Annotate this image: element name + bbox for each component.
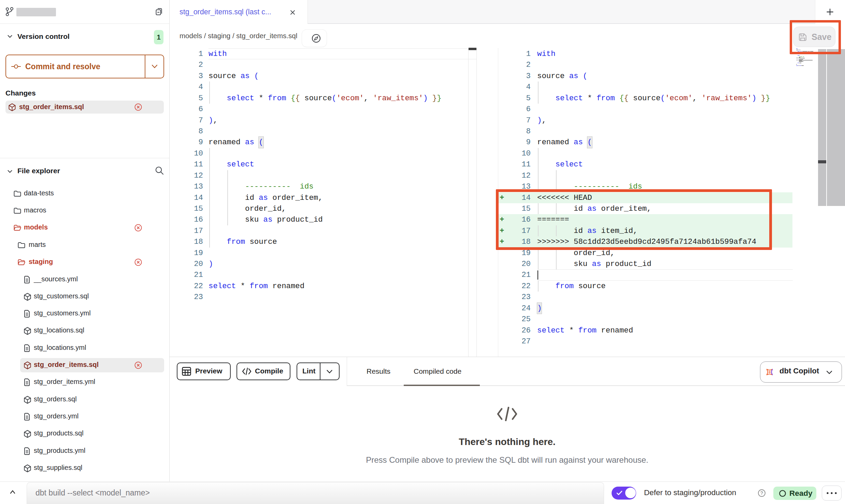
- svg-text:?: ?: [760, 490, 763, 496]
